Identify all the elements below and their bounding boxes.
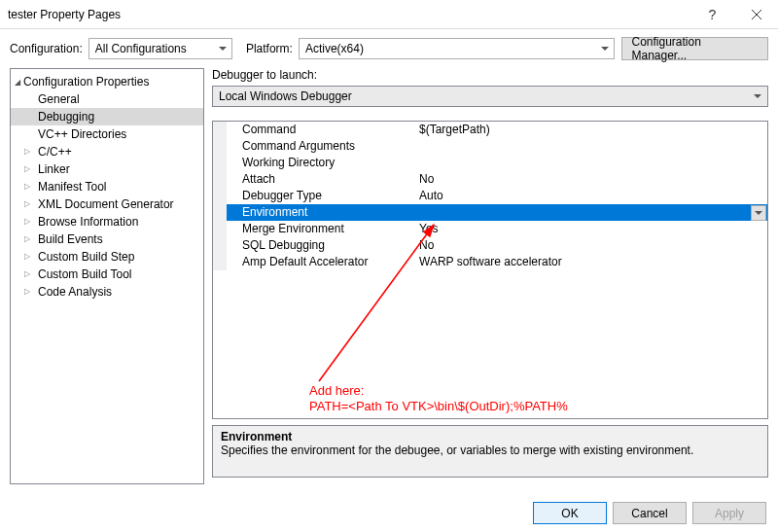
prop-row-working-directory[interactable]: Working Directory (213, 155, 767, 171)
ok-label: OK (561, 507, 578, 520)
prop-key: Amp Default Accelerator (213, 254, 417, 270)
config-row: Configuration: All Configurations Platfo… (0, 29, 778, 68)
tree-view[interactable]: Configuration Properties GeneralDebuggin… (10, 68, 204, 484)
configuration-label: Configuration: (10, 42, 83, 55)
prop-row-merge-environment[interactable]: Merge EnvironmentYes (213, 221, 767, 237)
cancel-button[interactable]: Cancel (613, 502, 687, 524)
description-text: Specifies the environment for the debuge… (221, 443, 760, 457)
prop-value[interactable]: WARP software accelerator (417, 254, 767, 270)
prop-key: Command (213, 122, 417, 138)
prop-key: Attach (213, 171, 417, 188)
prop-key: Merge Environment (213, 221, 417, 237)
description-title: Environment (221, 430, 760, 443)
close-icon (752, 10, 761, 19)
dialog-buttons: OK Cancel Apply (533, 502, 766, 524)
apply-label: Apply (715, 507, 744, 520)
prop-row-attach[interactable]: AttachNo (213, 171, 767, 188)
configuration-value: All Configurations (95, 42, 187, 55)
tree-item-debugging[interactable]: Debugging (11, 108, 203, 125)
prop-key: Environment (213, 204, 417, 221)
prop-value[interactable]: No (417, 171, 767, 188)
prop-value[interactable] (417, 155, 767, 171)
tree-root[interactable]: Configuration Properties (11, 73, 203, 90)
environment-dropdown-button[interactable] (751, 205, 766, 221)
tree-item-manifest-tool[interactable]: Manifest Tool (11, 178, 203, 195)
prop-value[interactable]: Yes (417, 221, 767, 237)
tree-item-custom-build-tool[interactable]: Custom Build Tool (11, 266, 203, 283)
prop-row-command-arguments[interactable]: Command Arguments (213, 138, 767, 155)
ok-button[interactable]: OK (533, 502, 607, 524)
debugger-launch-select[interactable]: Local Windows Debugger (212, 86, 768, 107)
platform-value: Active(x64) (305, 42, 364, 55)
debugger-launch-label: Debugger to launch: (212, 68, 768, 82)
tree-item-custom-build-step[interactable]: Custom Build Step (11, 248, 203, 266)
property-grid[interactable]: Command$(TargetPath)Command ArgumentsWor… (212, 121, 768, 419)
configuration-manager-label: Configuration Manager... (632, 35, 759, 62)
right-pane: Debugger to launch: Local Windows Debugg… (212, 68, 768, 484)
prop-value[interactable] (417, 138, 767, 155)
tree-item-xml-document-generator[interactable]: XML Document Generator (11, 195, 203, 213)
platform-label: Platform: (246, 42, 293, 55)
tree-item-browse-information[interactable]: Browse Information (11, 213, 203, 231)
prop-key: Debugger Type (213, 188, 417, 204)
prop-value[interactable] (417, 204, 767, 221)
prop-row-command[interactable]: Command$(TargetPath) (213, 122, 767, 138)
prop-key: SQL Debugging (213, 237, 417, 254)
close-button[interactable] (734, 0, 778, 29)
description-panel: Environment Specifies the environment fo… (212, 425, 768, 478)
tree-item-linker[interactable]: Linker (11, 160, 203, 178)
help-button[interactable]: ? (690, 0, 734, 29)
platform-select[interactable]: Active(x64) (299, 38, 616, 59)
cancel-label: Cancel (631, 507, 667, 520)
prop-key: Working Directory (213, 155, 417, 171)
prop-value[interactable]: Auto (417, 188, 767, 204)
apply-button[interactable]: Apply (692, 502, 766, 524)
prop-value[interactable]: No (417, 237, 767, 254)
prop-row-environment[interactable]: Environment (213, 204, 767, 221)
prop-row-debugger-type[interactable]: Debugger TypeAuto (213, 188, 767, 204)
window-title: tester Property Pages (8, 8, 690, 21)
prop-value[interactable]: $(TargetPath) (417, 122, 767, 138)
titlebar: tester Property Pages ? (0, 0, 778, 29)
tree-item-build-events[interactable]: Build Events (11, 231, 203, 248)
tree-item-general[interactable]: General (11, 90, 203, 108)
tree-item-code-analysis[interactable]: Code Analysis (11, 283, 203, 301)
prop-key: Command Arguments (213, 138, 417, 155)
configuration-select[interactable]: All Configurations (88, 38, 232, 59)
prop-row-amp-default-accelerator[interactable]: Amp Default AcceleratorWARP software acc… (213, 254, 767, 270)
prop-row-sql-debugging[interactable]: SQL DebuggingNo (213, 237, 767, 254)
configuration-manager-button[interactable]: Configuration Manager... (621, 37, 769, 60)
debugger-launch-value: Local Windows Debugger (219, 89, 352, 103)
tree-item-vc-directories[interactable]: VC++ Directories (11, 125, 203, 143)
tree-item-c-c-[interactable]: C/C++ (11, 143, 203, 160)
